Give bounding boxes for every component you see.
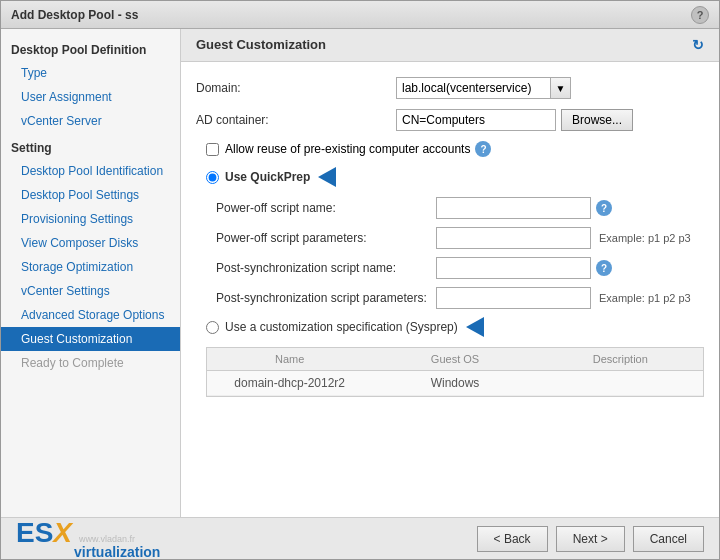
power-off-name-input[interactable]	[436, 197, 591, 219]
domain-select-container: lab.local(vcenterservice) ▼	[396, 77, 571, 99]
refresh-icon[interactable]: ↻	[692, 37, 704, 53]
power-off-name-label: Power-off script name:	[216, 201, 436, 215]
post-sync-name-row: Post-synchronization script name: ?	[216, 257, 704, 279]
table-cell-name: domain-dhcp-2012r2	[207, 371, 372, 395]
window-title: Add Desktop Pool - ss	[11, 8, 138, 22]
main-content: Desktop Pool Definition Type User Assign…	[1, 29, 719, 517]
power-off-params-row: Power-off script parameters: Example: p1…	[216, 227, 704, 249]
ad-container-label: AD container:	[196, 113, 396, 127]
quickprep-row: Use QuickPrep	[196, 167, 704, 187]
sidebar-item-guest-customization[interactable]: Guest Customization	[1, 327, 180, 351]
table-cell-description	[538, 371, 703, 395]
allow-reuse-row: Allow reuse of pre-existing computer acc…	[196, 141, 704, 157]
allow-reuse-label: Allow reuse of pre-existing computer acc…	[225, 142, 470, 156]
post-sync-name-label: Post-synchronization script name:	[216, 261, 436, 275]
browse-button[interactable]: Browse...	[561, 109, 633, 131]
ad-container-input[interactable]	[396, 109, 556, 131]
post-sync-name-input[interactable]	[436, 257, 591, 279]
sidebar-item-vcenter-server[interactable]: vCenter Server	[1, 109, 180, 133]
quickprep-label: Use QuickPrep	[225, 170, 310, 184]
es-logo: ES X www.vladan.fr virtualization	[16, 517, 160, 560]
title-bar: Add Desktop Pool - ss ?	[1, 1, 719, 29]
footer-logo-area: ES X www.vladan.fr virtualization	[16, 517, 160, 560]
main-window: Add Desktop Pool - ss ? Desktop Pool Def…	[0, 0, 720, 560]
post-sync-name-help[interactable]: ?	[596, 260, 612, 276]
power-off-example: Example: p1 p2 p3	[599, 232, 691, 244]
col-description-header: Description	[538, 348, 703, 370]
sidebar-item-ready: Ready to Complete	[1, 351, 180, 375]
sysprep-label: Use a customization specification (Syspr…	[225, 320, 458, 334]
content-body: Domain: lab.local(vcenterservice) ▼ AD c…	[181, 62, 719, 517]
post-sync-params-label: Post-synchronization script parameters:	[216, 291, 436, 305]
sysprep-arrow	[466, 317, 484, 337]
col-guestos-header: Guest OS	[372, 348, 537, 370]
quickprep-arrow	[318, 167, 336, 187]
logo-es: ES	[16, 517, 53, 549]
quickprep-radio[interactable]	[206, 171, 219, 184]
content-header: Guest Customization ↻	[181, 29, 719, 62]
script-section: Power-off script name: ? Power-off scrip…	[216, 197, 704, 309]
sidebar-item-storage-opt[interactable]: Storage Optimization	[1, 255, 180, 279]
cancel-button[interactable]: Cancel	[633, 526, 704, 552]
domain-dropdown-arrow[interactable]: ▼	[551, 77, 571, 99]
sysprep-table: Name Guest OS Description domain-dhcp-20…	[206, 347, 704, 397]
allow-reuse-help[interactable]: ?	[475, 141, 491, 157]
sidebar-item-provisioning[interactable]: Provisioning Settings	[1, 207, 180, 231]
back-button[interactable]: < Back	[477, 526, 548, 552]
power-off-name-help[interactable]: ?	[596, 200, 612, 216]
sidebar-item-type[interactable]: Type	[1, 61, 180, 85]
help-icon[interactable]: ?	[691, 6, 709, 24]
footer-buttons: < Back Next > Cancel	[477, 526, 704, 552]
table-cell-guestos: Windows	[372, 371, 537, 395]
domain-row: Domain: lab.local(vcenterservice) ▼	[196, 77, 704, 99]
table-header: Name Guest OS Description	[207, 348, 703, 371]
sidebar-item-vcenter-settings[interactable]: vCenter Settings	[1, 279, 180, 303]
logo-x: X	[53, 517, 72, 549]
sysprep-row: Use a customization specification (Syspr…	[196, 317, 704, 337]
domain-value[interactable]: lab.local(vcenterservice)	[396, 77, 551, 99]
watermark-url: www.vladan.fr	[79, 534, 135, 544]
ad-container-row: AD container: Browse...	[196, 109, 704, 131]
sidebar-section-definition: Desktop Pool Definition	[1, 39, 180, 61]
allow-reuse-checkbox[interactable]	[206, 143, 219, 156]
power-off-params-label: Power-off script parameters:	[216, 231, 436, 245]
content-header-text: Guest Customization	[196, 37, 326, 52]
content-area: Guest Customization ↻ Domain: lab.local(…	[181, 29, 719, 517]
domain-label: Domain:	[196, 81, 396, 95]
table-row[interactable]: domain-dhcp-2012r2 Windows	[207, 371, 703, 396]
post-sync-example: Example: p1 p2 p3	[599, 292, 691, 304]
col-name-header: Name	[207, 348, 372, 370]
next-button[interactable]: Next >	[556, 526, 625, 552]
sysprep-radio[interactable]	[206, 321, 219, 334]
sidebar-item-desktop-pool-settings[interactable]: Desktop Pool Settings	[1, 183, 180, 207]
post-sync-params-input[interactable]	[436, 287, 591, 309]
footer: ES X www.vladan.fr virtualization < Back…	[1, 517, 719, 559]
sidebar-item-user-assignment[interactable]: User Assignment	[1, 85, 180, 109]
sidebar: Desktop Pool Definition Type User Assign…	[1, 29, 181, 517]
sidebar-section-setting: Setting	[1, 137, 180, 159]
sidebar-item-composer-disks[interactable]: View Composer Disks	[1, 231, 180, 255]
logo-virt: virtualization	[74, 544, 160, 560]
sidebar-item-advanced-storage[interactable]: Advanced Storage Options	[1, 303, 180, 327]
power-off-name-row: Power-off script name: ?	[216, 197, 704, 219]
sidebar-item-desktop-pool-id[interactable]: Desktop Pool Identification	[1, 159, 180, 183]
power-off-params-input[interactable]	[436, 227, 591, 249]
post-sync-params-row: Post-synchronization script parameters: …	[216, 287, 704, 309]
